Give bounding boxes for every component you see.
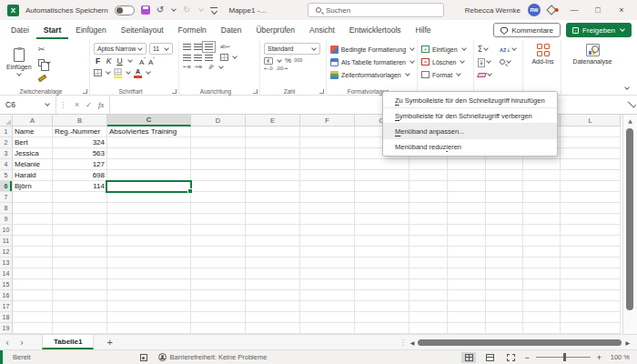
cell-L14[interactable]	[561, 268, 621, 279]
zoom-slider[interactable]	[536, 357, 591, 358]
row-header-17[interactable]: 17	[0, 301, 13, 312]
clear-button[interactable]	[478, 71, 500, 79]
cell-K14[interactable]	[523, 268, 561, 279]
font-size-select[interactable]: 11	[149, 43, 173, 55]
cell-L15[interactable]	[561, 279, 621, 290]
row-header-13[interactable]: 13	[0, 258, 13, 268]
cell-K4[interactable]	[523, 159, 561, 170]
cell-D4[interactable]	[191, 159, 246, 170]
cell-F7[interactable]	[300, 192, 355, 203]
cell-C15[interactable]	[107, 279, 191, 290]
cell-I15[interactable]	[448, 279, 486, 290]
bold-button[interactable]: F	[94, 56, 102, 66]
orientation-icon[interactable]: ab	[207, 64, 215, 71]
cell-E14[interactable]	[246, 268, 300, 279]
cell-D18[interactable]	[191, 312, 246, 323]
cell-D6[interactable]	[191, 181, 246, 192]
number-format-select[interactable]: Standard	[264, 43, 320, 55]
cell-B9[interactable]	[53, 214, 107, 225]
cell-G18[interactable]	[355, 312, 410, 323]
cell-H18[interactable]	[410, 312, 448, 323]
decrease-decimal-icon[interactable]: .00→	[276, 66, 288, 72]
cell-K8[interactable]	[523, 203, 561, 214]
avatar[interactable]: RW	[528, 4, 541, 16]
cell-E1[interactable]	[246, 126, 300, 137]
column-header-f[interactable]: F	[300, 115, 355, 126]
cell-E9[interactable]	[246, 214, 300, 225]
sort-filter-button[interactable]: AZ↓	[500, 46, 521, 54]
cell-I12[interactable]	[448, 247, 486, 258]
maximize-button[interactable]: □	[590, 5, 606, 15]
cell-I4[interactable]	[448, 159, 486, 170]
row-header-1[interactable]: 1	[0, 126, 13, 137]
cell-L4[interactable]	[561, 159, 621, 170]
cell-L1[interactable]	[561, 126, 621, 137]
row-header-15[interactable]: 15	[0, 279, 13, 290]
tab-formeln[interactable]: Formeln	[171, 22, 214, 39]
increase-indent-icon[interactable]: →≡	[194, 65, 202, 70]
cell-L10[interactable]	[561, 225, 621, 236]
cell-B19[interactable]	[53, 323, 107, 334]
tab-überprüfen[interactable]: Überprüfen	[248, 22, 302, 39]
context-menu-item[interactable]: Symbolleiste für den Schnellzugriff verb…	[383, 108, 557, 124]
cell-L18[interactable]	[561, 312, 621, 323]
search-input[interactable]: Suchen	[308, 3, 444, 17]
cell-I14[interactable]	[448, 268, 486, 279]
formula-bar-expand-icon[interactable]	[628, 99, 636, 107]
cell-I18[interactable]	[448, 312, 486, 323]
cell-G9[interactable]	[355, 214, 410, 225]
row-header-10[interactable]: 10	[0, 225, 13, 236]
cell-A5[interactable]: Harald	[13, 170, 53, 181]
context-menu-item[interactable]: Menüband anpassen...	[383, 124, 557, 139]
cell-D19[interactable]	[191, 323, 246, 334]
cell-F4[interactable]	[300, 159, 355, 170]
insert-cells-button[interactable]: + Einfügen	[421, 43, 471, 56]
cell-I6[interactable]	[448, 181, 486, 192]
cell-J10[interactable]	[486, 225, 523, 236]
cell-E8[interactable]	[246, 203, 300, 214]
row-header-8[interactable]: 8	[0, 203, 13, 214]
column-header-d[interactable]: D	[191, 115, 246, 126]
cell-L17[interactable]	[561, 301, 621, 312]
cell-C11[interactable]	[107, 236, 191, 247]
column-header-e[interactable]: E	[246, 115, 300, 126]
cell-K13[interactable]	[523, 258, 561, 268]
macro-record-icon[interactable]	[140, 354, 147, 361]
cell-A6[interactable]: Björn	[13, 181, 53, 192]
cell-D14[interactable]	[191, 268, 246, 279]
cut-button[interactable]: ✂	[38, 43, 51, 55]
cell-J17[interactable]	[486, 301, 523, 312]
cell-G16[interactable]	[355, 290, 410, 301]
cell-J19[interactable]	[486, 323, 523, 334]
cell-F8[interactable]	[300, 203, 355, 214]
cell-K15[interactable]	[523, 279, 561, 290]
cell-E12[interactable]	[246, 247, 300, 258]
cell-F18[interactable]	[300, 312, 355, 323]
cell-G7[interactable]	[355, 192, 410, 203]
cell-L13[interactable]	[561, 258, 621, 268]
align-top-icon[interactable]	[183, 44, 191, 50]
cell-L7[interactable]	[561, 192, 621, 203]
context-menu-item[interactable]: Zu Symbolleiste für den Schnellzugriff h…	[383, 93, 557, 108]
cell-H6[interactable]	[410, 181, 448, 192]
row-header-11[interactable]: 11	[0, 236, 13, 247]
cell-I11[interactable]	[448, 236, 486, 247]
view-page-break-button[interactable]	[503, 352, 518, 363]
column-header-b[interactable]: B	[53, 115, 107, 126]
cell-E5[interactable]	[246, 170, 300, 181]
cell-C7[interactable]	[107, 192, 191, 203]
cell-J4[interactable]	[486, 159, 523, 170]
cell-A15[interactable]	[13, 279, 53, 290]
cell-G12[interactable]	[355, 247, 410, 258]
cell-D13[interactable]	[191, 258, 246, 268]
cell-C16[interactable]	[107, 290, 191, 301]
cell-B8[interactable]	[53, 203, 107, 214]
cell-H12[interactable]	[410, 247, 448, 258]
cell-L19[interactable]	[561, 323, 621, 334]
cell-B13[interactable]	[53, 258, 107, 268]
zoom-level[interactable]: 100 %	[608, 353, 630, 361]
add-sheet-button[interactable]: +	[94, 337, 125, 348]
cell-J7[interactable]	[486, 192, 523, 203]
cell-I10[interactable]	[448, 225, 486, 236]
cell-F12[interactable]	[300, 247, 355, 258]
